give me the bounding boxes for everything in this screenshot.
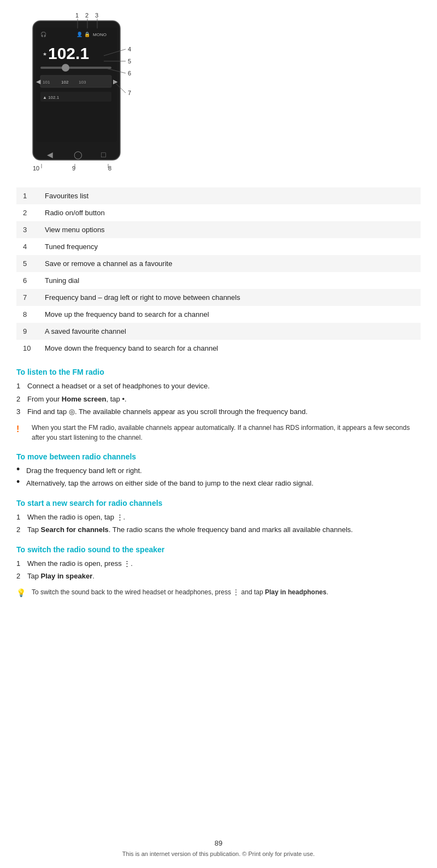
list-num: 3 <box>16 406 25 417</box>
table-row: 3View menu options <box>16 221 421 238</box>
list-text: Connect a headset or a set of headphones… <box>27 381 210 392</box>
table-row: 1Favourites list <box>16 187 421 204</box>
row-num: 4 <box>16 238 38 255</box>
section-speaker-heading: To switch the radio sound to the speaker <box>16 545 421 554</box>
list-item: 1When the radio is open, press ⋮. <box>16 558 421 569</box>
row-num: 3 <box>16 221 38 238</box>
row-desc: A saved favourite channel <box>38 323 421 340</box>
row-num: 9 <box>16 323 38 340</box>
list-item: 2Tap Search for channels. The radio scan… <box>16 524 421 535</box>
svg-text:10: 10 <box>33 165 39 172</box>
row-num: 1 <box>16 187 38 204</box>
list-num: 2 <box>16 394 25 405</box>
device-diagram-svg: 1 2 3 🎧 MONO 👤 🔒 ★ 102.1 101 102 103 <box>16 11 158 180</box>
section-listen-heading: To listen to the FM radio <box>16 368 421 376</box>
row-desc: Move up the frequency band to search for… <box>38 306 421 323</box>
row-desc: Radio on/off button <box>38 204 421 221</box>
list-text: Tap Play in speaker. <box>27 571 95 582</box>
table-row: 5Save or remove a channel as a favourite <box>16 255 421 272</box>
table-row: 7Frequency band – drag left or right to … <box>16 289 421 306</box>
section-search-steps: 1When the radio is open, tap ⋮.2Tap Sear… <box>16 512 421 535</box>
list-num: 1 <box>16 558 25 569</box>
row-desc: Tuning dial <box>38 272 421 289</box>
list-text: From your Home screen, tap •. <box>27 394 127 405</box>
list-num: 1 <box>16 381 25 392</box>
list-item: 2Tap Play in speaker. <box>16 571 421 582</box>
list-item: 3Find and tap ◎. The available channels … <box>16 406 421 417</box>
bullet-icon: • <box>16 477 24 487</box>
section-speaker-steps: 1When the radio is open, press ⋮.2Tap Pl… <box>16 558 421 582</box>
svg-text:👤: 👤 <box>76 31 83 38</box>
svg-text:8: 8 <box>108 165 111 172</box>
row-num: 10 <box>16 340 38 357</box>
table-row: 9A saved favourite channel <box>16 323 421 340</box>
svg-text:4: 4 <box>128 46 131 52</box>
section-move-heading: To move between radio channels <box>16 452 421 461</box>
list-text: Tap Search for channels. The radio scans… <box>27 524 353 535</box>
page-content: 1 2 3 🎧 MONO 👤 🔒 ★ 102.1 101 102 103 <box>0 0 437 637</box>
svg-text:◀: ◀ <box>47 150 53 159</box>
svg-text:◀: ◀ <box>36 78 41 85</box>
section-search-heading: To start a new search for radio channels <box>16 499 421 507</box>
row-desc: Move down the frequency band to search f… <box>38 340 421 357</box>
svg-text:◯: ◯ <box>74 150 82 160</box>
callout-2: 2 <box>85 12 88 19</box>
row-num: 5 <box>16 255 38 272</box>
row-desc: Favourites list <box>38 187 421 204</box>
row-num: 6 <box>16 272 38 289</box>
list-num: 2 <box>16 571 25 582</box>
svg-text:🔒: 🔒 <box>84 31 91 38</box>
page-footer: 89 This is an internet version of this p… <box>0 839 437 857</box>
svg-text:□: □ <box>101 150 106 159</box>
page-number: 89 <box>0 839 437 847</box>
row-desc: Frequency band – drag left or right to m… <box>38 289 421 306</box>
list-text: When the radio is open, tap ⋮. <box>27 512 125 523</box>
footer-note: This is an internet version of this publ… <box>0 851 437 857</box>
section-move-bullets: •Drag the frequency band left or right.•… <box>16 465 421 489</box>
table-row: 2Radio on/off button <box>16 204 421 221</box>
svg-text:🎧: 🎧 <box>40 31 47 38</box>
list-item: •Alternatively, tap the arrows on either… <box>16 478 421 489</box>
svg-point-9 <box>62 64 69 72</box>
list-text: Find and tap ◎. The available channels a… <box>27 406 308 417</box>
section-listen-steps: 1Connect a headset or a set of headphone… <box>16 381 421 417</box>
table-row: 10Move down the frequency band to search… <box>16 340 421 357</box>
row-num: 8 <box>16 306 38 323</box>
listen-note-text: When you start the FM radio, available c… <box>32 423 421 442</box>
list-item: 1When the radio is open, tap ⋮. <box>16 512 421 523</box>
list-item: 2From your Home screen, tap •. <box>16 394 421 405</box>
speaker-tip-text: To switch the sound back to the wired he… <box>32 587 328 597</box>
svg-rect-10 <box>40 75 111 87</box>
svg-text:MONO: MONO <box>93 32 107 37</box>
svg-text:102.1: 102.1 <box>48 44 89 62</box>
list-text: When the radio is open, press ⋮. <box>27 558 133 569</box>
list-item: •Drag the frequency band left or right. <box>16 465 421 476</box>
svg-text:▲ 102.1: ▲ 102.1 <box>43 95 60 100</box>
svg-text:5: 5 <box>128 58 131 64</box>
speaker-tip: 💡 To switch the sound back to the wired … <box>16 587 421 599</box>
reference-table: 1Favourites list2Radio on/off button3Vie… <box>16 187 421 357</box>
svg-text:102: 102 <box>61 80 69 85</box>
svg-text:103: 103 <box>79 80 86 85</box>
svg-text:★: ★ <box>43 51 47 57</box>
svg-rect-8 <box>40 67 111 69</box>
bullet-text: Alternatively, tap the arrows on either … <box>26 478 314 489</box>
table-row: 4Tuned frequency <box>16 238 421 255</box>
listen-note: ! When you start the FM radio, available… <box>16 423 421 442</box>
table-row: 8Move up the frequency band to search fo… <box>16 306 421 323</box>
device-diagram-area: 1 2 3 🎧 MONO 👤 🔒 ★ 102.1 101 102 103 <box>16 11 421 182</box>
note-icon: ! <box>16 423 27 436</box>
tip-icon: 💡 <box>16 587 27 599</box>
svg-text:6: 6 <box>128 70 131 76</box>
callout-3: 3 <box>95 12 98 19</box>
list-item: 1Connect a headset or a set of headphone… <box>16 381 421 392</box>
row-num: 7 <box>16 289 38 306</box>
list-num: 2 <box>16 524 25 535</box>
svg-text:101: 101 <box>43 80 50 85</box>
row-desc: View menu options <box>38 221 421 238</box>
callout-1: 1 <box>75 12 79 19</box>
row-desc: Tuned frequency <box>38 238 421 255</box>
table-row: 6Tuning dial <box>16 272 421 289</box>
row-desc: Save or remove a channel as a favourite <box>38 255 421 272</box>
list-num: 1 <box>16 512 25 523</box>
